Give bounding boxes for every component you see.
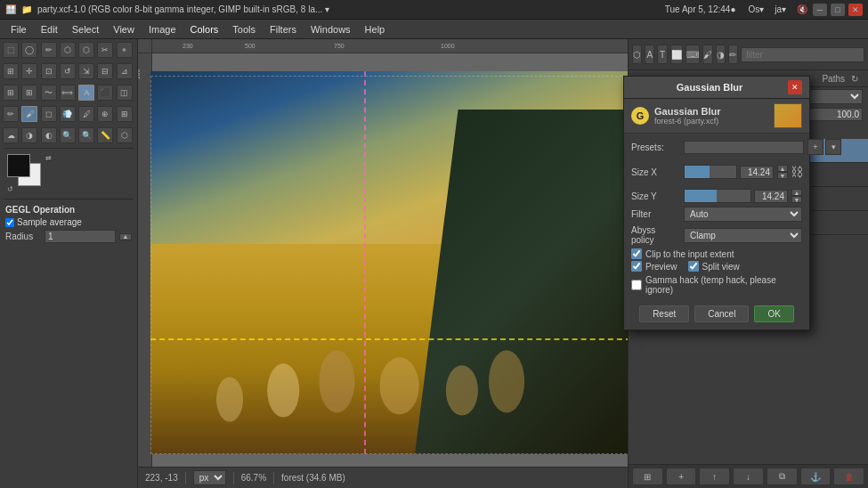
tool-heal[interactable]: ⊕ bbox=[97, 106, 113, 122]
toolbox: ⬚ ◯ ✏ ⬡ ⬡ ✂ ⌖ ⊞ ✛ ⊡ ↺ ⇲ ⊟ ⊿ ⊞ ⊞ 〜 ⟺ A ⬛ … bbox=[0, 39, 138, 488]
tool-scale[interactable]: ⇲ bbox=[78, 63, 94, 79]
menu-image[interactable]: Image bbox=[142, 22, 183, 37]
size-x-slider[interactable] bbox=[684, 165, 737, 179]
tool-bucket-fill[interactable]: ⬛ bbox=[97, 85, 113, 101]
delete-layer-button[interactable]: 🗑 bbox=[833, 468, 864, 485]
tool-pencil[interactable]: ✏ bbox=[3, 106, 19, 122]
foreground-color-box[interactable] bbox=[7, 154, 30, 177]
tool-paintbrush[interactable]: 🖌 bbox=[21, 106, 37, 122]
clip-input-checkbox[interactable] bbox=[631, 248, 642, 259]
tool-rect-select[interactable]: ⬚ bbox=[3, 42, 19, 58]
size-y-spin-up[interactable]: ▲ bbox=[791, 189, 802, 196]
tool-zoom[interactable]: 🔍 bbox=[78, 127, 94, 143]
tool-dodge-burn[interactable]: ◑ bbox=[21, 127, 37, 143]
lower-layer-button[interactable]: ↓ bbox=[733, 468, 764, 485]
panel-icon-8[interactable]: ✏ bbox=[728, 45, 738, 64]
radius-spin-up[interactable]: ▲ bbox=[119, 233, 132, 240]
menu-edit[interactable]: Edit bbox=[34, 22, 65, 37]
panel-icon-6[interactable]: 🖌 bbox=[702, 45, 713, 64]
size-y-input[interactable] bbox=[754, 190, 788, 203]
tool-smudge[interactable]: ☁ bbox=[3, 127, 19, 143]
tool-ink[interactable]: 🖊 bbox=[78, 106, 94, 122]
presets-input[interactable] bbox=[684, 141, 804, 154]
menu-filters[interactable]: Filters bbox=[263, 22, 304, 37]
menu-colors[interactable]: Colors bbox=[183, 22, 226, 37]
filter-input[interactable] bbox=[741, 47, 864, 62]
tool-clone[interactable]: ⊞ bbox=[117, 106, 133, 122]
menu-file[interactable]: File bbox=[4, 22, 34, 37]
radius-input[interactable] bbox=[45, 230, 116, 243]
tool-desaturate[interactable]: ◐ bbox=[41, 127, 57, 143]
ok-button[interactable]: OK bbox=[754, 305, 793, 322]
size-x-input[interactable] bbox=[740, 166, 774, 179]
size-y-slider[interactable] bbox=[684, 189, 751, 203]
panel-icon-2[interactable]: A bbox=[645, 45, 654, 64]
swap-colors-icon[interactable]: ⇄ bbox=[45, 154, 52, 162]
tool-measure[interactable]: 📏 bbox=[97, 127, 113, 143]
reset-colors-icon[interactable]: ↺ bbox=[7, 185, 13, 193]
new-layer-button[interactable]: + bbox=[666, 468, 697, 485]
reset-button[interactable]: Reset bbox=[639, 305, 689, 322]
size-x-spin-up[interactable]: ▲ bbox=[777, 165, 788, 172]
size-x-spin-down[interactable]: ▼ bbox=[777, 172, 788, 179]
split-view-checkbox[interactable] bbox=[688, 261, 699, 272]
tool-align[interactable]: ⊞ bbox=[3, 63, 19, 79]
tool-foreground-select[interactable]: ⌖ bbox=[117, 42, 133, 58]
panel-icon-7[interactable]: ◑ bbox=[716, 45, 726, 64]
menu-tools[interactable]: Tools bbox=[225, 22, 263, 37]
chain-link-icon[interactable]: ⛓ bbox=[791, 159, 802, 185]
menu-help[interactable]: Help bbox=[358, 22, 393, 37]
tool-airbrush[interactable]: 💨 bbox=[60, 106, 76, 122]
tool-ellipse-select[interactable]: ◯ bbox=[21, 42, 37, 58]
canvas-wrapper[interactable]: 160 bbox=[138, 53, 628, 467]
tool-perspective[interactable]: ⊿ bbox=[117, 63, 133, 79]
tool-color-picker[interactable]: 🔍 bbox=[60, 127, 76, 143]
abyss-select[interactable]: Clamp None Loop bbox=[684, 228, 802, 243]
menu-select[interactable]: Select bbox=[65, 22, 107, 37]
cancel-button[interactable]: Cancel bbox=[694, 305, 749, 322]
preset-add-button[interactable]: + bbox=[807, 139, 823, 155]
tool-free-select[interactable]: ✏ bbox=[41, 42, 57, 58]
duplicate-layer-button[interactable]: ⧉ bbox=[767, 468, 798, 485]
filter-select[interactable]: Auto IIR RLE bbox=[684, 207, 802, 222]
panel-icon-4[interactable]: ⬜ bbox=[670, 45, 683, 64]
tool-fuzzy-select[interactable]: ⬡ bbox=[60, 42, 76, 58]
tool-crop[interactable]: ⊡ bbox=[41, 63, 57, 79]
gamma-hack-row: Gamma hack (temp hack, please ignore) bbox=[631, 275, 802, 295]
tool-blend[interactable]: ◫ bbox=[117, 85, 133, 101]
tool-shear[interactable]: ⊟ bbox=[97, 63, 113, 79]
panel-icon-5[interactable]: ⌨ bbox=[685, 45, 700, 64]
tool-text[interactable]: A bbox=[78, 85, 94, 101]
tool-move[interactable]: ✛ bbox=[21, 63, 37, 79]
tool-rotate[interactable]: ↺ bbox=[60, 63, 76, 79]
preset-menu-button[interactable]: ▾ bbox=[825, 139, 841, 155]
panel-icon-3[interactable]: T bbox=[657, 45, 667, 64]
menu-view[interactable]: View bbox=[106, 22, 142, 37]
tool-handle-transform[interactable]: ⊞ bbox=[21, 85, 37, 101]
size-y-spin-down[interactable]: ▼ bbox=[791, 196, 802, 203]
canvas-image[interactable] bbox=[150, 71, 628, 454]
gamma-hack-checkbox[interactable] bbox=[631, 280, 642, 290]
dialog-close-button[interactable]: ✕ bbox=[788, 80, 802, 94]
os-indicator[interactable]: Os▾ bbox=[748, 4, 764, 14]
unit-select[interactable]: px % bbox=[193, 470, 226, 485]
new-layer-group-button[interactable]: ⊞ bbox=[632, 468, 663, 485]
tool-flip[interactable]: ⟺ bbox=[60, 85, 76, 101]
paths-refresh-icon[interactable]: ↻ bbox=[848, 72, 861, 85]
tool-gegl[interactable]: ⬡ bbox=[117, 127, 133, 143]
tool-eraser[interactable]: ◻ bbox=[41, 106, 57, 122]
preview-checkbox[interactable] bbox=[631, 261, 642, 272]
tool-scissors[interactable]: ✂ bbox=[97, 42, 113, 58]
raise-layer-button[interactable]: ↑ bbox=[699, 468, 730, 485]
minimize-button[interactable]: ─ bbox=[813, 4, 827, 16]
maximize-button[interactable]: □ bbox=[831, 4, 845, 16]
panel-icon-1[interactable]: ⬡ bbox=[632, 45, 642, 64]
anchor-layer-button[interactable]: ⚓ bbox=[800, 468, 831, 485]
menu-windows[interactable]: Windows bbox=[304, 22, 358, 37]
sample-average-checkbox[interactable] bbox=[5, 218, 14, 227]
close-button[interactable]: ✕ bbox=[848, 4, 863, 16]
tool-warp[interactable]: 〜 bbox=[41, 85, 57, 101]
lang-indicator[interactable]: ja▾ bbox=[775, 4, 786, 14]
tool-unified-transform[interactable]: ⊞ bbox=[3, 85, 19, 101]
tool-by-color[interactable]: ⬡ bbox=[78, 42, 94, 58]
